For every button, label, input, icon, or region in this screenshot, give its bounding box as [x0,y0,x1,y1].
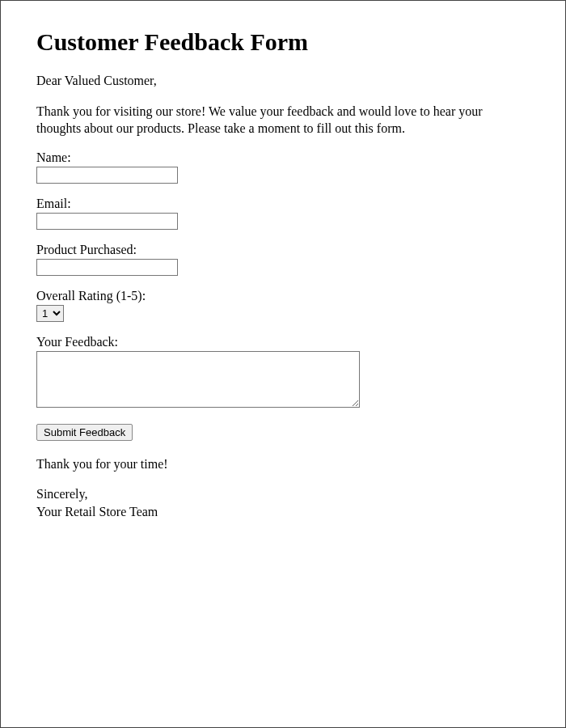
signoff-line1: Sincerely, [36,487,87,501]
signoff-line2: Your Retail Store Team [36,505,158,518]
rating-label: Overall Rating (1-5): [36,289,530,303]
email-label: Email: [36,197,530,211]
intro-text: Thank you for visiting our store! We val… [36,103,530,138]
feedback-textarea[interactable] [36,351,360,408]
page-title: Customer Feedback Form [36,28,530,56]
rating-select[interactable]: 1 [36,305,64,322]
email-field: Email: [36,197,530,230]
submit-wrap: Submit Feedback [36,424,530,441]
name-input[interactable] [36,167,178,184]
product-input[interactable] [36,259,178,276]
greeting-text: Dear Valued Customer, [36,72,530,90]
thankyou-text: Thank you for your time! [36,455,530,473]
product-field: Product Purchased: [36,243,530,276]
rating-field: Overall Rating (1-5): 1 [36,289,530,322]
feedback-field: Your Feedback: [36,335,530,411]
signoff: Sincerely, Your Retail Store Team [36,485,530,520]
product-label: Product Purchased: [36,243,530,257]
email-input[interactable] [36,213,178,230]
name-field: Name: [36,150,530,184]
name-label: Name: [36,150,530,165]
feedback-label: Your Feedback: [36,335,530,349]
submit-button[interactable]: Submit Feedback [36,424,133,441]
feedback-form-page: Customer Feedback Form Dear Valued Custo… [0,0,566,728]
